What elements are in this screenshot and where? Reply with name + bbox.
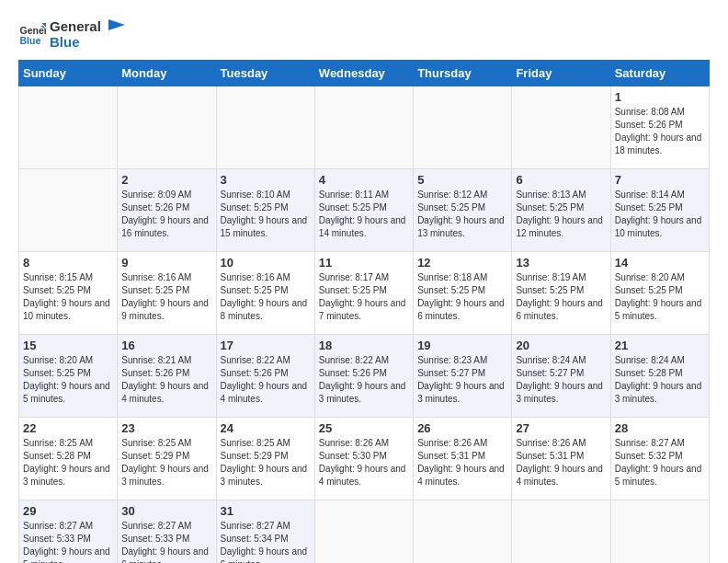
- calendar-day-cell: 15Sunrise: 8:20 AMSunset: 5:25 PMDayligh…: [19, 334, 118, 417]
- day-detail: Sunrise: 8:12 AMSunset: 5:25 PMDaylight:…: [417, 190, 505, 238]
- day-number: 18: [319, 339, 409, 352]
- logo-general: General: [50, 18, 101, 34]
- calendar-day-cell: [414, 86, 512, 168]
- calendar-day-cell: 24Sunrise: 8:25 AMSunset: 5:29 PMDayligh…: [216, 417, 314, 500]
- day-detail: Sunrise: 8:11 AMSunset: 5:25 PMDaylight:…: [319, 190, 406, 238]
- calendar-week-row: 2Sunrise: 8:09 AMSunset: 5:26 PMDaylight…: [19, 168, 710, 251]
- day-number: 26: [417, 421, 507, 435]
- calendar-day-cell: 10Sunrise: 8:16 AMSunset: 5:25 PMDayligh…: [216, 251, 314, 334]
- calendar-day-cell: 20Sunrise: 8:24 AMSunset: 5:27 PMDayligh…: [512, 334, 610, 417]
- calendar-day-cell: 2Sunrise: 8:09 AMSunset: 5:26 PMDaylight…: [118, 168, 216, 251]
- header-tuesday: Tuesday: [216, 60, 314, 86]
- day-number: 1: [615, 90, 705, 104]
- calendar-day-cell: [512, 500, 610, 563]
- day-detail: Sunrise: 8:26 AMSunset: 5:31 PMDaylight:…: [516, 438, 603, 487]
- day-detail: Sunrise: 8:08 AMSunset: 5:26 PMDaylight:…: [615, 107, 702, 155]
- day-number: 27: [516, 421, 606, 435]
- logo: General Blue General Blue: [18, 18, 127, 51]
- calendar-day-cell: 23Sunrise: 8:25 AMSunset: 5:29 PMDayligh…: [118, 417, 216, 500]
- day-detail: Sunrise: 8:27 AMSunset: 5:33 PMDaylight:…: [121, 521, 209, 564]
- day-number: 7: [615, 173, 705, 187]
- calendar-day-cell: 8Sunrise: 8:15 AMSunset: 5:25 PMDaylight…: [19, 251, 118, 334]
- day-number: 21: [615, 339, 705, 352]
- header-monday: Monday: [118, 60, 216, 86]
- calendar-day-cell: 17Sunrise: 8:22 AMSunset: 5:26 PMDayligh…: [216, 334, 314, 417]
- day-number: 12: [417, 256, 507, 270]
- day-detail: Sunrise: 8:14 AMSunset: 5:25 PMDaylight:…: [615, 190, 702, 238]
- day-number: 31: [221, 504, 311, 518]
- calendar-day-cell: 19Sunrise: 8:23 AMSunset: 5:27 PMDayligh…: [414, 334, 512, 417]
- day-number: 14: [615, 256, 705, 270]
- day-detail: Sunrise: 8:27 AMSunset: 5:34 PMDaylight:…: [221, 521, 308, 564]
- calendar-day-cell: [314, 500, 413, 563]
- header-thursday: Thursday: [414, 60, 512, 86]
- calendar-day-cell: 25Sunrise: 8:26 AMSunset: 5:30 PMDayligh…: [314, 417, 413, 500]
- calendar-day-cell: 4Sunrise: 8:11 AMSunset: 5:25 PMDaylight…: [314, 168, 413, 251]
- day-number: 9: [121, 256, 211, 270]
- calendar-day-cell: [19, 86, 118, 168]
- calendar-day-cell: 28Sunrise: 8:27 AMSunset: 5:32 PMDayligh…: [610, 417, 709, 500]
- header-saturday: Saturday: [610, 60, 709, 86]
- day-detail: Sunrise: 8:09 AMSunset: 5:26 PMDaylight:…: [121, 190, 209, 238]
- calendar-day-cell: 14Sunrise: 8:20 AMSunset: 5:25 PMDayligh…: [610, 251, 709, 334]
- calendar-day-cell: 3Sunrise: 8:10 AMSunset: 5:25 PMDaylight…: [216, 168, 314, 251]
- day-number: 24: [221, 421, 311, 435]
- day-number: 16: [121, 339, 211, 352]
- calendar-day-cell: 9Sunrise: 8:16 AMSunset: 5:25 PMDaylight…: [118, 251, 216, 334]
- day-number: 5: [417, 173, 507, 187]
- calendar-day-cell: 27Sunrise: 8:26 AMSunset: 5:31 PMDayligh…: [512, 417, 610, 500]
- svg-text:Blue: Blue: [20, 35, 41, 46]
- day-number: 22: [23, 421, 113, 435]
- calendar-day-cell: 13Sunrise: 8:19 AMSunset: 5:25 PMDayligh…: [512, 251, 610, 334]
- day-number: 19: [417, 339, 507, 352]
- day-detail: Sunrise: 8:15 AMSunset: 5:25 PMDaylight:…: [23, 272, 110, 321]
- calendar-day-cell: 26Sunrise: 8:26 AMSunset: 5:31 PMDayligh…: [414, 417, 512, 500]
- day-detail: Sunrise: 8:20 AMSunset: 5:25 PMDaylight:…: [615, 272, 702, 321]
- header-wednesday: Wednesday: [314, 60, 413, 86]
- calendar-header-row: SundayMondayTuesdayWednesdayThursdayFrid…: [19, 60, 710, 86]
- day-detail: Sunrise: 8:24 AMSunset: 5:27 PMDaylight:…: [516, 355, 603, 404]
- calendar-day-cell: 11Sunrise: 8:17 AMSunset: 5:25 PMDayligh…: [314, 251, 413, 334]
- logo-flag-icon: [107, 17, 127, 38]
- day-detail: Sunrise: 8:16 AMSunset: 5:25 PMDaylight:…: [121, 272, 209, 321]
- header-friday: Friday: [512, 60, 610, 86]
- calendar-week-row: 8Sunrise: 8:15 AMSunset: 5:25 PMDaylight…: [19, 251, 710, 334]
- calendar-day-cell: 21Sunrise: 8:24 AMSunset: 5:28 PMDayligh…: [610, 334, 709, 417]
- svg-marker-4: [108, 19, 125, 30]
- day-number: 15: [23, 339, 113, 352]
- calendar-day-cell: [19, 168, 118, 251]
- day-detail: Sunrise: 8:22 AMSunset: 5:26 PMDaylight:…: [221, 355, 308, 404]
- calendar-day-cell: 7Sunrise: 8:14 AMSunset: 5:25 PMDaylight…: [610, 168, 709, 251]
- day-number: 10: [221, 256, 311, 270]
- day-number: 6: [516, 173, 606, 187]
- day-detail: Sunrise: 8:25 AMSunset: 5:29 PMDaylight:…: [121, 438, 209, 487]
- calendar-day-cell: [314, 86, 413, 168]
- day-detail: Sunrise: 8:25 AMSunset: 5:29 PMDaylight:…: [221, 438, 308, 487]
- calendar-week-row: 29Sunrise: 8:27 AMSunset: 5:33 PMDayligh…: [19, 500, 710, 563]
- calendar-body: 1Sunrise: 8:08 AMSunset: 5:26 PMDaylight…: [19, 86, 710, 563]
- day-detail: Sunrise: 8:26 AMSunset: 5:30 PMDaylight:…: [319, 438, 406, 487]
- day-number: 30: [121, 504, 211, 518]
- day-detail: Sunrise: 8:16 AMSunset: 5:25 PMDaylight:…: [221, 272, 308, 321]
- day-number: 23: [121, 421, 211, 435]
- day-number: 20: [516, 339, 606, 352]
- header-sunday: Sunday: [19, 60, 118, 86]
- day-number: 29: [23, 504, 113, 518]
- calendar-day-cell: [118, 86, 216, 168]
- day-number: 13: [516, 256, 606, 270]
- calendar-day-cell: 12Sunrise: 8:18 AMSunset: 5:25 PMDayligh…: [414, 251, 512, 334]
- day-detail: Sunrise: 8:26 AMSunset: 5:31 PMDaylight:…: [417, 438, 505, 487]
- day-number: 2: [121, 173, 211, 187]
- calendar-day-cell: [414, 500, 512, 563]
- logo-blue: Blue: [50, 34, 101, 50]
- day-detail: Sunrise: 8:22 AMSunset: 5:26 PMDaylight:…: [319, 355, 406, 404]
- calendar-table: SundayMondayTuesdayWednesdayThursdayFrid…: [18, 60, 710, 564]
- calendar-day-cell: [512, 86, 610, 168]
- day-detail: Sunrise: 8:10 AMSunset: 5:25 PMDaylight:…: [221, 190, 308, 238]
- calendar-day-cell: [610, 500, 709, 563]
- calendar-day-cell: 16Sunrise: 8:21 AMSunset: 5:26 PMDayligh…: [118, 334, 216, 417]
- day-detail: Sunrise: 8:20 AMSunset: 5:25 PMDaylight:…: [23, 355, 110, 404]
- day-number: 25: [319, 421, 409, 435]
- day-detail: Sunrise: 8:23 AMSunset: 5:27 PMDaylight:…: [417, 355, 505, 404]
- day-number: 11: [319, 256, 409, 270]
